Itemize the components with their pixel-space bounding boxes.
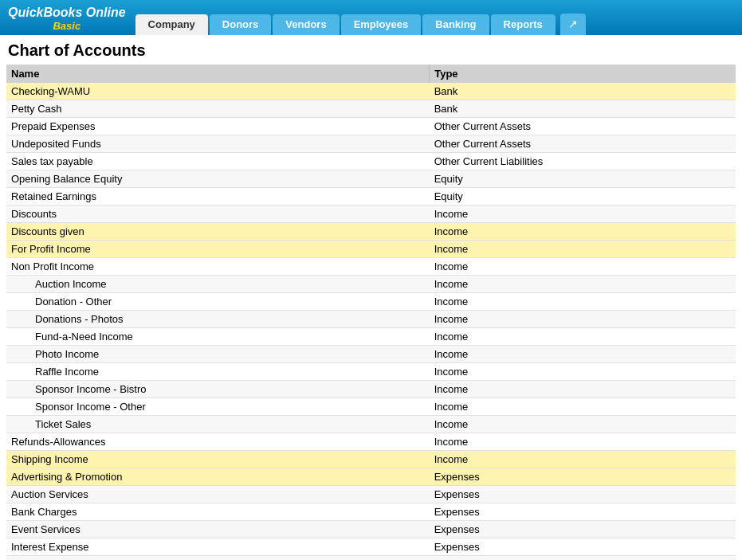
table-row[interactable]: For Profit IncomeIncome (6, 241, 736, 258)
logo-title: QuickBooks Online (8, 5, 126, 20)
table-row[interactable]: Sponsor Income - OtherIncome (6, 398, 736, 416)
account-name-cell: Sponsor Income - Bistro (6, 381, 430, 398)
table-row[interactable]: Retained EarningsEquity (6, 188, 736, 206)
nav-tab-employees[interactable]: Employees (341, 14, 422, 35)
account-name-cell: Ticket Sales (6, 416, 430, 433)
account-type-cell: Income (430, 328, 736, 346)
account-type-cell: Expenses (430, 521, 736, 538)
accounts-table-container: Name Type Checking-WAMUBankPetty CashBan… (0, 65, 742, 560)
nav-arrow-button[interactable]: ↗ (560, 14, 586, 35)
app-header: QuickBooks Online Basic CompanyDonorsVen… (0, 0, 742, 35)
account-name-cell: Advertising & Promotion (6, 468, 430, 486)
table-row[interactable]: Refunds-AllowancesIncome (6, 433, 736, 451)
account-type-cell: Income (430, 416, 736, 433)
table-row[interactable]: DiscountsIncome (6, 206, 736, 223)
logo-subtitle: Basic (8, 20, 126, 32)
account-type-cell: Expenses (430, 538, 736, 556)
col-type-header: Type (430, 65, 736, 83)
account-name-cell: Event Services (6, 521, 430, 538)
table-row[interactable]: Donation - OtherIncome (6, 293, 736, 311)
account-name-cell: Opening Balance Equity (6, 170, 430, 188)
account-type-cell: Income (430, 241, 736, 258)
nav-tab-vendors[interactable]: Vendors (273, 14, 339, 35)
table-row[interactable]: Bank ChargesExpenses (6, 503, 736, 521)
account-type-cell: Bank (430, 100, 736, 118)
account-type-cell: Income (430, 258, 736, 276)
table-row[interactable]: Undeposited FundsOther Current Assets (6, 135, 736, 153)
account-type-cell: Income (430, 346, 736, 363)
table-row[interactable]: Auction IncomeIncome (6, 276, 736, 293)
table-row[interactable]: Checking-WAMUBank (6, 83, 736, 100)
account-name-cell: Undeposited Funds (6, 135, 430, 153)
table-row[interactable]: Interest ExpenseExpenses (6, 538, 736, 556)
account-type-cell: Income (430, 363, 736, 381)
account-name-cell: Shipping Income (6, 451, 430, 468)
table-row[interactable]: Advertising & PromotionExpenses (6, 468, 736, 486)
table-row[interactable]: Raffle IncomeIncome (6, 363, 736, 381)
account-name-cell: Bank Charges (6, 503, 430, 521)
account-type-cell: Other Current Liabilities (430, 153, 736, 170)
account-name-cell: Sales tax payable (6, 153, 430, 170)
table-row[interactable]: Ticket SalesIncome (6, 416, 736, 433)
account-type-cell: Expenses (430, 486, 736, 503)
table-row[interactable]: Petty CashBank (6, 100, 736, 118)
table-row[interactable]: Auction ServicesExpenses (6, 486, 736, 503)
table-row[interactable]: Sales tax payableOther Current Liabiliti… (6, 153, 736, 170)
account-type-cell: Equity (430, 170, 736, 188)
table-row[interactable]: Fund-a-Need IncomeIncome (6, 328, 736, 346)
account-name-cell: Retained Earnings (6, 188, 430, 206)
account-type-cell: Income (430, 311, 736, 328)
account-type-cell: Income (430, 293, 736, 311)
table-body: Checking-WAMUBankPetty CashBankPrepaid E… (6, 83, 736, 560)
table-row[interactable]: Discounts givenIncome (6, 223, 736, 241)
account-type-cell: Other Current Assets (430, 118, 736, 135)
nav-tab-donors[interactable]: Donors (210, 14, 272, 35)
account-name-cell: Raffle Income (6, 363, 430, 381)
nav-tab-banking[interactable]: Banking (422, 14, 489, 35)
account-name-cell: Donations - Photos (6, 311, 430, 328)
account-type-cell: Income (430, 276, 736, 293)
account-name-cell: Photo Income (6, 346, 430, 363)
nav-tabs: CompanyDonorsVendorsEmployeesBankingRepo… (135, 14, 586, 35)
account-type-cell: Expenses (430, 556, 736, 560)
account-type-cell: Expenses (430, 468, 736, 486)
table-header: Name Type (6, 65, 736, 83)
account-name-cell: Discounts (6, 206, 430, 223)
col-name-header: Name (6, 65, 430, 83)
table-row[interactable]: Shipping IncomeIncome (6, 451, 736, 468)
table-row[interactable]: Prepaid ExpensesOther Current Assets (6, 118, 736, 135)
page-title: Chart of Accounts (0, 35, 742, 65)
table-row[interactable]: Non Profit IncomeIncome (6, 258, 736, 276)
table-row[interactable]: Event ServicesExpenses (6, 521, 736, 538)
account-type-cell: Expenses (430, 503, 736, 521)
account-name-cell: Sponsor Income - Other (6, 398, 430, 416)
account-type-cell: Bank (430, 83, 736, 100)
account-name-cell: Checking-WAMU (6, 83, 430, 100)
account-name-cell: Non Profit Income (6, 258, 430, 276)
account-type-cell: Income (430, 398, 736, 416)
table-row[interactable]: Donations - PhotosIncome (6, 311, 736, 328)
account-name-cell: For Profit Income (6, 241, 430, 258)
account-name-cell: Donation - Other (6, 293, 430, 311)
table-row[interactable]: Legal & Accounting FeesExpenses (6, 556, 736, 560)
nav-tab-company[interactable]: Company (135, 14, 208, 35)
account-name-cell: Prepaid Expenses (6, 118, 430, 135)
account-name-cell: Fund-a-Need Income (6, 328, 430, 346)
account-name-cell: Interest Expense (6, 538, 430, 556)
account-name-cell: Discounts given (6, 223, 430, 241)
account-type-cell: Income (430, 433, 736, 451)
account-type-cell: Equity (430, 188, 736, 206)
nav-tab-reports[interactable]: Reports (491, 14, 556, 35)
account-type-cell: Other Current Assets (430, 135, 736, 153)
account-name-cell: Legal & Accounting Fees (6, 556, 430, 560)
table-row[interactable]: Photo IncomeIncome (6, 346, 736, 363)
account-name-cell: Auction Income (6, 276, 430, 293)
table-row[interactable]: Sponsor Income - BistroIncome (6, 381, 736, 398)
table-row[interactable]: Opening Balance EquityEquity (6, 170, 736, 188)
account-type-cell: Income (430, 206, 736, 223)
account-name-cell: Refunds-Allowances (6, 433, 430, 451)
account-name-cell: Petty Cash (6, 100, 430, 118)
account-type-cell: Income (430, 223, 736, 241)
account-type-cell: Income (430, 451, 736, 468)
accounts-table: Name Type Checking-WAMUBankPetty CashBan… (6, 65, 736, 560)
